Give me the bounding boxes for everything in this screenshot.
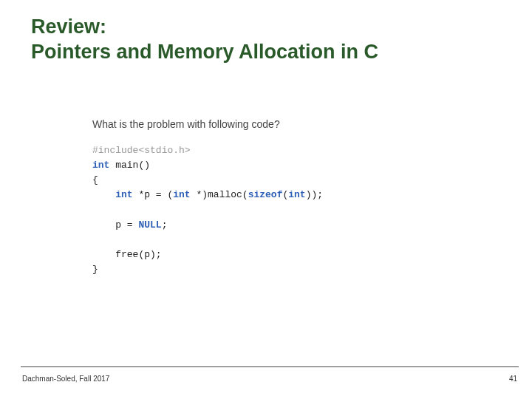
code-brace-close: } <box>92 264 98 275</box>
code-kw-int3: int <box>173 189 190 200</box>
code-kw-sizeof: sizeof <box>248 189 283 200</box>
code-l6c: ; <box>162 219 168 231</box>
code-blank1 <box>92 205 98 216</box>
code-kw-int: int <box>92 160 109 171</box>
page-number: 41 <box>509 375 517 383</box>
code-block: #include<stdio.h> int main() { int *p = … <box>92 143 488 277</box>
footer-author: Dachman-Soled, Fall 2017 <box>22 375 109 383</box>
footer-divider <box>21 366 519 367</box>
title-line-2: Pointers and Memory Allocation in C <box>31 41 378 63</box>
code-main: main() <box>109 160 150 171</box>
code-null: NULL <box>138 219 161 231</box>
code-l4b: *p = ( <box>133 189 174 200</box>
code-blank2 <box>92 234 98 245</box>
code-brace-open: { <box>92 174 98 185</box>
title-line-1: Review: <box>31 16 106 38</box>
code-header: <stdio.h> <box>138 145 190 156</box>
code-l6a: p = <box>92 219 138 231</box>
slide-title: Review: Pointers and Memory Allocation i… <box>31 15 378 65</box>
code-include: #include <box>92 145 138 156</box>
code-l4d: *)malloc( <box>191 189 248 200</box>
code-free: free(p); <box>92 249 162 260</box>
code-kw-int4: int <box>288 189 305 200</box>
content-area: What is the problem with following code?… <box>92 118 488 277</box>
code-kw-int2: int <box>92 189 133 200</box>
question-text: What is the problem with following code? <box>92 118 488 130</box>
code-l4h: )); <box>306 189 323 200</box>
